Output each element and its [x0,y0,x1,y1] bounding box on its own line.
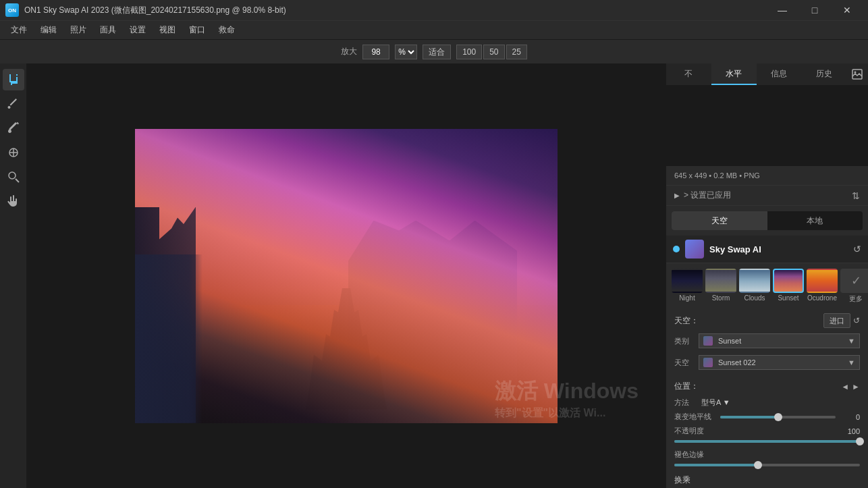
zoom-100-button[interactable]: 100 [456,45,482,59]
settings-label: > 设置已应用 [684,190,852,201]
menu-help[interactable]: 救命 [213,22,240,38]
preset-sunset[interactable]: Sunset [773,269,804,304]
canvas-area[interactable]: 激活 Windows 转到"设置"以激活 Wi... [27,63,666,488]
close-button[interactable]: ✕ [832,0,863,20]
horizon-slider-row: 衰变地平线 0 [666,409,868,425]
tab-xinxi[interactable]: 信息 [757,63,802,85]
horizon-label: 衰变地平线 [674,412,715,422]
tab-shuiping[interactable]: 水平 [711,63,757,85]
svg-line-4 [16,179,19,182]
menu-photo[interactable]: 照片 [65,22,92,38]
preset-ocudrone[interactable]: Ocudrone [807,269,838,304]
sky-label: 天空 [674,358,699,368]
crop-tool[interactable] [3,69,24,90]
sky-selector[interactable]: Sunset 022 ▼ [699,355,860,370]
settings-row[interactable]: ▶ > 设置已应用 ⇅ [666,186,868,206]
blend-fill [674,464,758,466]
sky-category-section: 类别 Sunset ▼ 天空 [666,332,868,371]
sky-section-header: 天空： 进口 ↺ [666,309,868,332]
category-selector[interactable]: Sunset ▼ [699,333,860,348]
menu-file[interactable]: 文件 [5,22,32,38]
zoom-magnify-tool[interactable] [3,166,24,188]
left-sidebar [0,63,27,488]
menu-window[interactable]: 窗口 [184,22,211,38]
category-text: Sunset [718,337,741,345]
plugin-header: Sky Swap AI ↺ [666,236,868,263]
blend-label: 褪色边缘 [674,450,704,458]
fit-button[interactable]: 适合 [423,45,451,59]
preset-storm-thumb [705,269,736,293]
menu-mask[interactable]: 面具 [94,22,121,38]
section-tabs: 天空 本地 [672,211,863,230]
plugin-dot [673,246,680,252]
zoom-select[interactable]: % [395,45,417,59]
menu-view[interactable]: 视图 [154,22,181,38]
sky-chevron: ▼ [848,358,855,367]
sky-reset-icon[interactable]: ↺ [853,316,860,325]
replace-row: 换乘 [666,469,868,488]
plugin-reset-button[interactable]: ↺ [853,244,861,254]
category-chevron: ▼ [848,337,855,345]
menubar: 文件 编辑 照片 面具 设置 视图 窗口 救命 [0,20,868,39]
clone-tool[interactable] [3,142,24,163]
preset-clouds-thumb [739,269,770,293]
position-arrow-right[interactable]: ► [852,382,860,391]
tab-lishi[interactable]: 历史 [801,63,846,85]
preset-ocudrone-label: Ocudrone [807,294,837,302]
tab-bu[interactable]: 不 [666,63,711,85]
method-selector[interactable]: 型号A ▼ [701,398,730,408]
preset-more[interactable]: ✓ 更多 [840,269,868,304]
blend-slider[interactable] [674,464,860,466]
plugin-title: Sky Swap AI [709,244,853,254]
panel-photo-icon[interactable] [846,63,868,85]
opacity-thumb[interactable] [856,437,864,445]
image-info: 645 x 449 • 0.2 MB • PNG [666,166,868,186]
method-chevron: ▼ [723,398,730,406]
zoom-input[interactable] [362,45,389,59]
zoom-25-button[interactable]: 25 [506,45,527,59]
category-row: 类别 Sunset ▼ [674,332,860,350]
tab-sky[interactable]: 天空 [672,211,767,230]
tab-local[interactable]: 本地 [767,211,863,230]
paint-tool[interactable] [3,117,24,139]
sky-text: Sunset 022 [718,358,756,367]
menu-edit[interactable]: 编辑 [35,22,62,38]
position-section-header: 位置： ◄ ► [666,377,868,396]
plugin-icon [685,240,704,259]
import-button[interactable]: 进口 [823,313,850,328]
canvas-image [135,129,558,423]
sky-section-controls: 进口 ↺ [823,313,860,328]
opacity-label: 不透明度 [674,426,848,436]
horizon-value: 0 [841,413,860,421]
image-preview [666,85,868,166]
preset-night[interactable]: Night [672,269,703,304]
preset-night-label: Night [679,294,695,302]
preset-clouds[interactable]: Clouds [739,269,770,304]
preset-storm[interactable]: Storm [705,269,736,304]
sky-icon [703,358,713,367]
blend-slider-row [666,461,868,469]
preset-storm-label: Storm [712,294,730,302]
panel-scroll[interactable]: Sky Swap AI ↺ Night Storm Clouds [666,236,868,488]
position-arrow-left[interactable]: ◄ [841,382,849,391]
sky-row: 天空 Sunset 022 ▼ [674,354,860,371]
panel-tabs: 不 水平 信息 历史 [666,63,868,85]
blend-thumb[interactable] [754,461,762,469]
zoom-50-button[interactable]: 50 [483,45,504,59]
hand-tool[interactable] [3,190,24,212]
zoom-presets: 100 50 25 [456,45,527,59]
blend-label-row: 褪色边缘 [666,445,868,461]
minimize-button[interactable]: — [767,0,798,20]
category-label: 类别 [674,336,699,346]
horizon-thumb[interactable] [774,413,782,421]
preset-more-thumb: ✓ [840,269,868,293]
opacity-slider[interactable] [674,440,860,443]
app-icon: ON [5,3,19,17]
menu-settings[interactable]: 设置 [124,22,151,38]
horizon-slider[interactable] [720,416,836,418]
category-value: Sunset ▼ [699,333,860,348]
toolbar: 放大 % 适合 100 50 25 [0,39,868,63]
brush-tool[interactable] [3,93,24,115]
sky-section-label: 天空： [674,315,699,327]
maximize-button[interactable]: □ [799,0,830,20]
